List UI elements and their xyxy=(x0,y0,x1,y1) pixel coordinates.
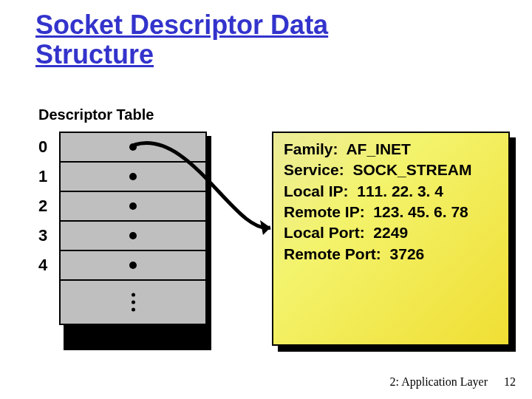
table-row-ellipsis xyxy=(61,281,205,324)
row-index: 2 xyxy=(38,197,47,216)
slide-title: Socket Descriptor Data Structure xyxy=(35,10,328,69)
dot-icon xyxy=(129,143,137,151)
detail-family: Family: AF_INET xyxy=(284,139,499,160)
dot-icon xyxy=(129,173,137,180)
footer: 2: Application Layer 12 xyxy=(390,375,516,389)
vertical-ellipsis-icon xyxy=(131,293,135,312)
table-row: 1 xyxy=(61,163,205,192)
table-row: 2 xyxy=(61,192,205,222)
dot-icon xyxy=(129,232,137,239)
dot-icon xyxy=(129,262,137,269)
detail-remote-port: Remote Port: 3726 xyxy=(284,244,499,265)
table-body: 0 1 2 3 4 xyxy=(59,132,207,325)
table-row: 3 xyxy=(61,222,205,251)
detail-remote-ip: Remote IP: 123. 45. 6. 78 xyxy=(284,202,499,222)
svg-marker-0 xyxy=(260,220,270,235)
socket-detail-box: Family: AF_INET Service: SOCK_STREAM Loc… xyxy=(272,132,510,346)
row-index: 0 xyxy=(38,137,47,157)
detail-local-ip: Local IP: 111. 22. 3. 4 xyxy=(284,181,499,202)
table-row: 0 xyxy=(61,133,205,163)
detail-local-port: Local Port: 2249 xyxy=(284,222,499,243)
descriptor-table-label: Descriptor Table xyxy=(38,106,154,123)
footer-chapter: 2: Application Layer xyxy=(390,375,488,388)
row-index: 4 xyxy=(38,256,47,275)
descriptor-table: 0 1 2 3 4 xyxy=(59,132,207,325)
dot-icon xyxy=(129,202,137,210)
row-index: 1 xyxy=(38,167,47,186)
row-index: 3 xyxy=(38,226,47,245)
detail-service: Service: SOCK_STREAM xyxy=(284,160,499,180)
detail-body: Family: AF_INET Service: SOCK_STREAM Loc… xyxy=(272,132,510,346)
table-row: 4 xyxy=(61,251,205,281)
footer-page-number: 12 xyxy=(504,375,516,388)
